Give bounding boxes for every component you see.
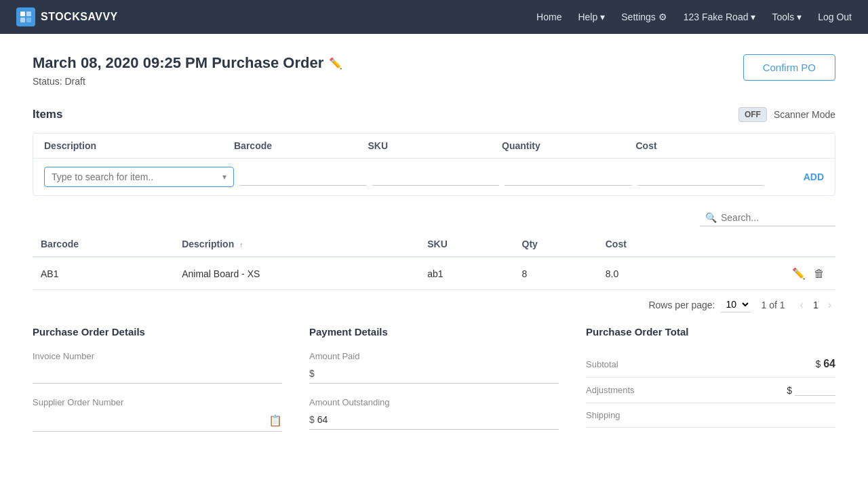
- quantity-input[interactable]: [505, 169, 632, 186]
- item-search-input[interactable]: [52, 171, 222, 182]
- delete-row-button[interactable]: 🗑: [811, 268, 827, 280]
- invoice-number-input[interactable]: [33, 364, 282, 384]
- payment-details-title: Payment Details: [309, 326, 559, 338]
- add-item-row: ▾ ADD: [33, 159, 835, 195]
- amount-outstanding-input-row: $ 64: [309, 410, 559, 430]
- brand-icon: [16, 7, 35, 26]
- next-page-button[interactable]: ›: [824, 298, 835, 312]
- tools-chevron: ▾: [797, 12, 802, 22]
- payment-details: Payment Details Amount Paid $ Amount Out…: [309, 326, 559, 445]
- add-item-table: Description Barcode SKU Quantity Cost ▾ …: [33, 133, 835, 196]
- data-table-header-row: Barcode Description ↑ SKU Qty Cost: [33, 232, 835, 257]
- adjustments-value-row: $: [787, 384, 835, 396]
- amount-outstanding-label: Amount Outstanding: [309, 397, 559, 407]
- adjustments-row: Adjustments $: [586, 378, 835, 403]
- svg-rect-3: [26, 18, 31, 22]
- cell-qty: 8: [514, 257, 597, 290]
- navbar: STOCKSAVVY Home Help ▾ Settings ⚙ 123 Fa…: [0, 0, 868, 34]
- col-description: Description: [44, 140, 234, 151]
- scanner-mode-row: OFF Scanner Mode: [738, 107, 835, 122]
- th-actions: [694, 232, 835, 257]
- nav-logout[interactable]: Log Out: [818, 12, 852, 22]
- amount-paid-input-row: $: [309, 364, 559, 384]
- nav-settings[interactable]: Settings ⚙: [621, 12, 667, 22]
- sku-input[interactable]: [372, 169, 500, 186]
- dropdown-arrow-icon: ▾: [222, 172, 226, 182]
- adjustments-currency: $: [787, 385, 792, 396]
- toggle-label: OFF: [745, 110, 761, 119]
- svg-rect-0: [20, 12, 25, 16]
- page-title-text: March 08, 2020 09:25 PM Purchase Order: [33, 54, 323, 72]
- search-icon: 🔍: [705, 212, 717, 223]
- th-barcode: Barcode: [33, 232, 174, 257]
- nav-address[interactable]: 123 Fake Road ▾: [684, 12, 756, 22]
- amount-outstanding-field: Amount Outstanding $ 64: [309, 397, 559, 430]
- nav-home[interactable]: Home: [536, 12, 561, 22]
- supplier-order-field: Supplier Order Number 📋: [33, 397, 282, 432]
- purchase-order-total: Purchase Order Total Subtotal $ 64 Adjus…: [586, 326, 835, 445]
- subtotal-currency: $: [815, 359, 821, 369]
- th-cost: Cost: [597, 232, 694, 257]
- th-description: Description ↑: [174, 232, 419, 257]
- nav-help[interactable]: Help ▾: [578, 12, 605, 22]
- cell-description: Animal Board - XS: [174, 257, 419, 290]
- bottom-sections: Purchase Order Details Invoice Number Su…: [33, 326, 835, 445]
- page-info: 1 of 1: [762, 300, 785, 310]
- pagination-buttons: ‹ 1 ›: [796, 298, 835, 312]
- scanner-toggle[interactable]: OFF: [738, 107, 767, 122]
- table-row: AB1 Animal Board - XS ab1 8 8.0 ✏️ 🗑: [33, 257, 835, 290]
- item-search-dropdown[interactable]: ▾: [44, 167, 234, 187]
- subtotal-label: Subtotal: [586, 359, 815, 369]
- po-details-title: Purchase Order Details: [33, 326, 282, 338]
- col-barcode: Barcode: [234, 140, 368, 151]
- amount-paid-input[interactable]: [317, 368, 559, 379]
- navbar-links: Home Help ▾ Settings ⚙ 123 Fake Road ▾ T…: [536, 12, 852, 22]
- data-table-body: AB1 Animal Board - XS ab1 8 8.0 ✏️ 🗑: [33, 257, 835, 290]
- rows-per-page-select[interactable]: 10 25 50: [721, 297, 751, 312]
- supplier-order-label: Supplier Order Number: [33, 397, 282, 407]
- main-content: March 08, 2020 09:25 PM Purchase Order ✏…: [0, 34, 868, 466]
- search-input[interactable]: [721, 212, 830, 223]
- add-button[interactable]: ADD: [770, 171, 824, 182]
- book-icon: 📋: [269, 414, 282, 427]
- adjustments-input[interactable]: [795, 384, 835, 396]
- svg-rect-2: [20, 18, 25, 22]
- cell-actions: ✏️ 🗑: [694, 257, 835, 290]
- title-block: March 08, 2020 09:25 PM Purchase Order ✏…: [33, 54, 342, 87]
- data-table: Barcode Description ↑ SKU Qty Cost AB1 A…: [33, 232, 835, 290]
- status-text: Status: Draft: [33, 76, 342, 87]
- search-bar: 🔍: [700, 209, 835, 226]
- adjustments-label: Adjustments: [586, 385, 787, 395]
- amount-paid-currency: $: [309, 368, 315, 379]
- sort-icon[interactable]: ↑: [239, 241, 243, 249]
- prev-page-button[interactable]: ‹: [796, 298, 808, 312]
- brand: STOCKSAVVY: [16, 7, 118, 26]
- amount-paid-field: Amount Paid $: [309, 351, 559, 384]
- purchase-order-details: Purchase Order Details Invoice Number Su…: [33, 326, 282, 445]
- col-quantity: Quantity: [502, 140, 636, 151]
- nav-tools[interactable]: Tools ▾: [772, 12, 802, 22]
- page-header: March 08, 2020 09:25 PM Purchase Order ✏…: [33, 54, 835, 87]
- cost-input[interactable]: [637, 169, 765, 186]
- subtotal-value: 64: [823, 358, 835, 370]
- col-action: [770, 140, 824, 151]
- cell-cost: 8.0: [597, 257, 694, 290]
- col-cost: Cost: [636, 140, 770, 151]
- shipping-label: Shipping: [586, 410, 835, 420]
- barcode-input[interactable]: [239, 169, 367, 186]
- edit-icon[interactable]: ✏️: [329, 57, 342, 70]
- page-title-row: March 08, 2020 09:25 PM Purchase Order ✏…: [33, 54, 342, 72]
- items-header: Items OFF Scanner Mode: [33, 107, 835, 122]
- svg-rect-1: [26, 12, 31, 16]
- amount-outstanding-value: 64: [317, 414, 328, 425]
- confirm-po-button[interactable]: Confirm PO: [743, 54, 835, 81]
- invoice-number-field: Invoice Number: [33, 351, 282, 384]
- rows-per-page-label: Rows per page:: [648, 300, 715, 310]
- th-qty: Qty: [514, 232, 597, 257]
- help-chevron: ▾: [600, 12, 605, 22]
- amount-paid-label: Amount Paid: [309, 351, 559, 361]
- supplier-order-input[interactable]: [33, 415, 269, 426]
- add-table-header: Description Barcode SKU Quantity Cost: [33, 134, 835, 159]
- scanner-mode-label: Scanner Mode: [774, 109, 835, 120]
- edit-row-button[interactable]: ✏️: [789, 267, 808, 280]
